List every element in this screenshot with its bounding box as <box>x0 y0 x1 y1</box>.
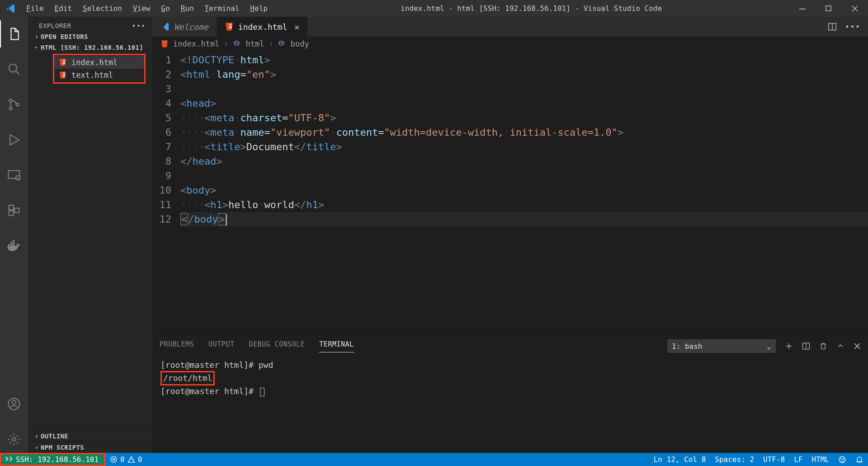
title-bar: File Edit Selection View Go Run Terminal… <box>0 0 868 17</box>
remote-label: SSH: 192.168.56.101 <box>16 455 99 464</box>
menu-view[interactable]: View <box>127 4 156 13</box>
split-editor-icon[interactable] <box>828 22 837 31</box>
crumb-body[interactable]: body <box>291 39 309 48</box>
svg-point-2 <box>9 64 17 72</box>
chevron-down-icon: › <box>33 43 40 52</box>
trash-icon[interactable] <box>819 342 827 350</box>
warning-count: 0 <box>138 455 142 464</box>
menu-help[interactable]: Help <box>245 4 274 13</box>
menu-run[interactable]: Run <box>175 4 199 13</box>
explorer-icon[interactable] <box>0 20 28 48</box>
feedback-icon[interactable] <box>834 456 851 464</box>
tab-label: Welcome <box>174 22 208 32</box>
vscode-logo-icon <box>5 4 15 14</box>
status-bar: SSH: 192.168.56.101 0 0 Ln 12, Col 8 Spa… <box>0 453 868 466</box>
sidebar-title: EXPLORER <box>39 22 71 29</box>
npm-section[interactable]: › NPM SCRIPTS <box>28 442 152 453</box>
svg-rect-10 <box>14 208 19 213</box>
html5-icon <box>59 71 67 79</box>
status-problems[interactable]: 0 0 <box>105 455 146 464</box>
search-icon[interactable] <box>0 56 28 83</box>
panel-tab-debug[interactable]: DEBUG CONSOLE <box>249 340 305 352</box>
panel-tab-terminal[interactable]: TERMINAL <box>319 340 354 352</box>
panel-tab-output[interactable]: OUTPUT <box>208 340 234 352</box>
new-terminal-icon[interactable] <box>785 342 793 350</box>
vscode-icon <box>160 22 170 31</box>
window-title: index.html - html [SSH: 192.168.56.101] … <box>273 4 789 13</box>
account-icon[interactable] <box>0 390 28 418</box>
html5-icon <box>59 58 67 67</box>
svg-point-23 <box>839 456 845 463</box>
minimize-button[interactable] <box>789 0 816 17</box>
terminal-content[interactable]: [root@master html]# pwd/root/html[root@m… <box>152 353 868 453</box>
code-content[interactable]: <!DOCTYPE·html><html·lang="en"> <head>··… <box>180 51 868 335</box>
terminal-selector[interactable]: 1: bash ⌄ <box>667 339 776 353</box>
file-text-html[interactable]: text.html <box>54 69 144 81</box>
explorer-sidebar: EXPLORER ••• › OPEN EDITORS › HTML [SSH:… <box>28 17 152 453</box>
svg-point-18 <box>12 400 16 404</box>
status-eol[interactable]: LF <box>789 455 807 464</box>
chevron-right-icon: › <box>33 433 41 440</box>
docker-icon[interactable] <box>0 232 28 259</box>
activity-bar <box>0 17 28 453</box>
status-spaces[interactable]: Spaces: 2 <box>710 455 759 464</box>
bell-icon[interactable] <box>851 456 868 464</box>
run-debug-icon[interactable] <box>0 126 28 153</box>
menu-go[interactable]: Go <box>156 4 175 13</box>
code-editor[interactable]: 123456789101112 <!DOCTYPE·html><html·lan… <box>152 51 868 335</box>
status-ln-col[interactable]: Ln 12, Col 8 <box>649 455 711 464</box>
terminal-selector-label: 1: bash <box>672 342 702 351</box>
html5-icon <box>225 22 234 31</box>
svg-rect-0 <box>799 9 806 10</box>
maximize-panel-icon[interactable] <box>836 342 844 350</box>
crumb-file[interactable]: index.html <box>173 39 219 48</box>
svg-rect-14 <box>10 242 12 244</box>
workspace-section[interactable]: › HTML [SSH: 192.168.56.101] <box>28 42 152 53</box>
remote-icon <box>5 456 13 463</box>
svg-point-19 <box>12 437 16 441</box>
chevron-right-icon: › <box>224 39 228 48</box>
file-name: text.html <box>71 71 113 80</box>
svg-point-25 <box>843 458 844 459</box>
tab-index-html[interactable]: index.html ✕ <box>217 17 307 37</box>
split-terminal-icon[interactable] <box>802 342 810 350</box>
extensions-icon[interactable] <box>0 197 28 224</box>
close-panel-icon[interactable] <box>854 342 861 350</box>
svg-rect-13 <box>13 244 14 246</box>
file-index-html[interactable]: index.html <box>54 56 144 69</box>
maximize-button[interactable] <box>816 0 842 17</box>
tab-more-icon[interactable]: ••• <box>845 23 861 31</box>
status-lang[interactable]: HTML <box>807 455 834 464</box>
svg-point-5 <box>16 103 19 106</box>
menu-file[interactable]: File <box>21 4 49 13</box>
remote-indicator[interactable]: SSH: 192.168.56.101 <box>0 453 105 466</box>
close-button[interactable] <box>842 0 868 17</box>
files-highlighted: index.html text.html <box>53 54 146 84</box>
chevron-down-icon: ⌄ <box>767 342 771 351</box>
bottom-panel: PROBLEMS OUTPUT DEBUG CONSOLE TERMINAL 1… <box>152 335 868 453</box>
chevron-right-icon: › <box>33 444 41 451</box>
open-editors-section[interactable]: › OPEN EDITORS <box>28 31 152 42</box>
html5-icon <box>160 40 169 48</box>
workspace-label: HTML [SSH: 192.168.56.101] <box>41 44 143 51</box>
crumb-html[interactable]: html <box>246 39 264 48</box>
breadcrumb[interactable]: index.html › html › body <box>152 37 868 51</box>
panel-tab-problems[interactable]: PROBLEMS <box>160 340 194 352</box>
settings-gear-icon[interactable] <box>0 426 28 453</box>
tab-label: index.html <box>238 22 287 32</box>
tab-welcome[interactable]: Welcome <box>152 17 217 37</box>
remote-explorer-icon[interactable] <box>0 162 28 189</box>
editor-tabs: Welcome index.html ✕ ••• <box>152 17 868 37</box>
struct-icon <box>278 40 286 48</box>
menu-terminal[interactable]: Terminal <box>199 4 245 13</box>
menu-selection[interactable]: Selection <box>77 4 127 13</box>
source-control-icon[interactable] <box>0 91 28 118</box>
sidebar-more-icon[interactable]: ••• <box>132 22 146 29</box>
status-encoding[interactable]: UTF-8 <box>759 455 789 464</box>
open-editors-label: OPEN EDITORS <box>41 33 88 40</box>
close-icon[interactable]: ✕ <box>294 22 299 32</box>
error-count: 0 <box>120 455 125 464</box>
menu-edit[interactable]: Edit <box>49 4 78 13</box>
outline-label: OUTLINE <box>41 433 68 440</box>
outline-section[interactable]: › OUTLINE <box>28 430 152 442</box>
